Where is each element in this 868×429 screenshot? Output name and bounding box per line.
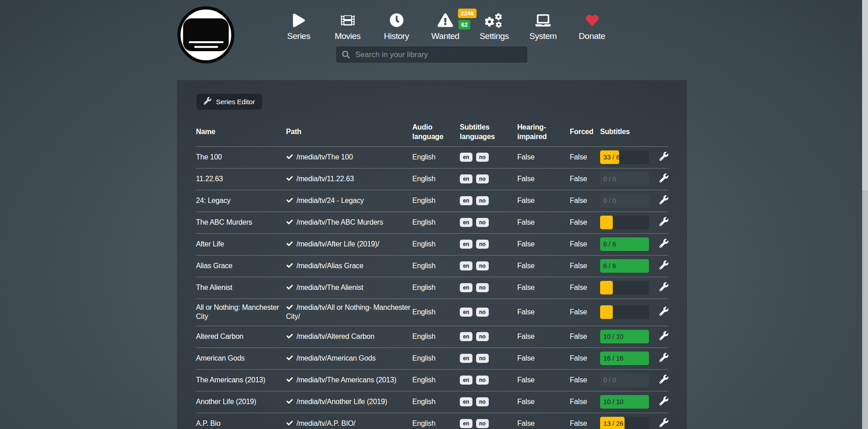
edit-series-button[interactable] [659,307,668,318]
language-badge: no [476,376,489,385]
subtitles-progress: 6 / 6 [600,237,649,251]
subtitles-progress: 13 / 26 [600,417,649,429]
subtitles-progress [600,305,649,319]
search-input[interactable] [354,50,521,60]
table-row: All or Nothing: Manchester City /media/t… [196,299,668,326]
audio-language: English [412,326,460,347]
series-path: /media/tv/The 100 [296,153,353,161]
edit-series-button[interactable] [659,353,668,364]
edit-series-button[interactable] [659,331,668,342]
edit-series-button[interactable] [659,260,668,272]
audio-language: English [412,168,460,190]
content-panel: Series Editor NamePathAudio languageSubt… [177,80,687,429]
subtitles-languages: enno [460,347,517,369]
language-badge: en [460,332,472,341]
bazarr-logo[interactable] [177,6,234,63]
column-header: Hearing-impaired [517,117,570,146]
forced-value: False [570,168,600,190]
subtitles-progress: 0 / 0 [600,172,649,186]
column-header-edit [659,117,668,146]
nav-item-history[interactable]: History [372,12,421,42]
subtitles-progress-label: 33 / 84 [603,150,623,164]
series-path: /media/tv/American Gods [296,354,376,362]
nav-item-donate[interactable]: Donate [568,12,616,42]
nav-item-series[interactable]: Series [274,12,323,42]
subtitles-languages: enno [460,277,517,299]
forced-value: False [570,146,600,168]
language-badge: en [460,174,472,183]
language-badge: en [460,218,472,227]
edit-series-button[interactable] [659,282,668,294]
audio-language: English [412,255,460,277]
subtitles-progress [600,281,649,294]
subtitles-progress: 16 / 16 [600,352,649,365]
language-badge: no [476,419,489,428]
edit-series-button[interactable] [659,174,668,185]
column-header: Name [196,117,286,146]
series-path: /media/tv/Alias Grace [296,262,363,270]
language-badge: en [460,261,472,270]
subtitles-languages: enno [460,168,517,190]
film-icon [323,12,372,29]
edit-series-button[interactable] [659,217,668,228]
table-row: Another Life (2019) /media/tv/Another Li… [196,391,668,413]
series-editor-button[interactable]: Series Editor [196,94,262,110]
subtitles-progress-label: 13 / 26 [603,417,623,429]
nav-label: Donate [568,31,616,42]
edit-series-button[interactable] [659,195,668,207]
subtitles-progress-label: 6 / 6 [603,237,616,251]
table-row: Altered Carbon /media/tv/Altered Carbon … [196,326,668,347]
edit-series-button[interactable] [659,239,668,250]
series-table: NamePathAudio languageSubtitles language… [196,117,668,429]
hearing-impaired-value: False [517,391,570,413]
subtitles-progress: 0 / 0 [600,194,649,207]
language-badge: no [476,283,489,292]
forced-value: False [570,391,600,413]
language-badge: en [460,354,472,363]
audio-language: English [412,299,460,326]
hearing-impaired-value: False [517,277,570,299]
series-name: All or Nothing: Manchester City [196,299,286,326]
language-badge: no [476,240,489,249]
subtitles-progress-label: 0 / 0 [603,194,616,207]
language-badge: en [460,283,472,292]
series-path: /media/tv/24 - Legacy [296,197,364,204]
language-badge: no [476,354,489,363]
check-icon [286,304,293,313]
subtitles-progress [600,216,649,229]
scrollbar-thumb[interactable] [862,0,868,190]
check-icon [286,197,293,206]
language-badge: en [460,240,472,249]
forced-value: False [570,255,600,277]
edit-series-button[interactable] [659,396,668,408]
language-badge: no [476,332,489,341]
nav-item-wanted[interactable]: Wanted224662 [421,12,470,42]
nav-item-movies[interactable]: Movies [323,12,372,42]
subtitles-languages: enno [460,413,517,429]
forced-value: False [570,299,600,326]
hearing-impaired-value: False [517,347,570,369]
table-row: The Americans (2013) /media/tv/The Ameri… [196,369,668,391]
nav-item-settings[interactable]: Settings [470,12,519,42]
language-badge: no [476,196,489,205]
language-badge: en [460,196,472,205]
edit-series-button[interactable] [659,418,668,429]
gears-icon [470,12,519,29]
check-icon [286,376,293,385]
nav-item-system[interactable]: System [519,12,568,42]
edit-series-button[interactable] [659,375,668,386]
nav-label: Series [274,31,323,42]
scrollbar[interactable] [862,0,868,429]
table-row: The ABC Murders /media/tv/The ABC Murder… [196,212,668,233]
wanted-count-badge: 62 [458,20,470,29]
series-path: /media/tv/The Alienist [296,284,363,291]
edit-series-button[interactable] [659,152,668,163]
series-path: /media/tv/11.22.63 [296,175,354,183]
series-name: The Alienist [196,277,286,299]
column-header: Subtitles languages [460,117,517,146]
series-name: American Gods [196,347,286,369]
subtitles-languages: enno [460,190,517,212]
audio-language: English [412,233,460,255]
language-badge: en [460,153,472,162]
nav-label: Movies [323,31,372,42]
